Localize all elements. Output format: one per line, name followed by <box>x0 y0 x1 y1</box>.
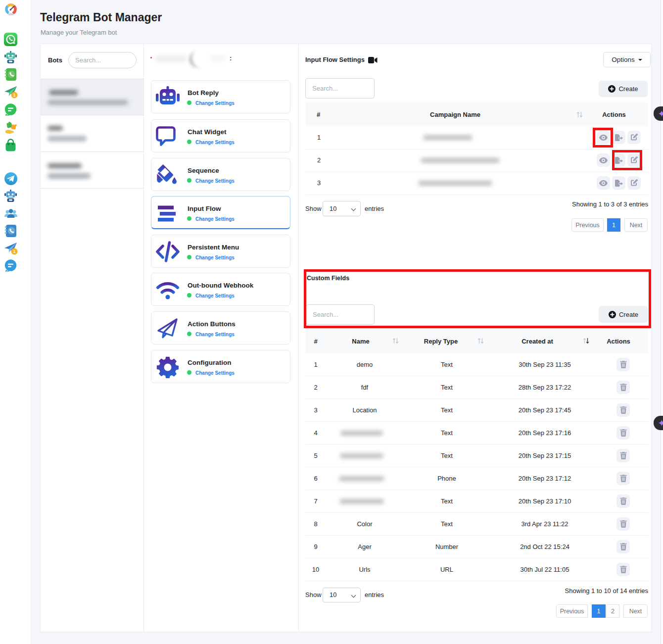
svg-text:1: 1 <box>13 249 15 254</box>
svg-text:1: 1 <box>13 93 15 98</box>
